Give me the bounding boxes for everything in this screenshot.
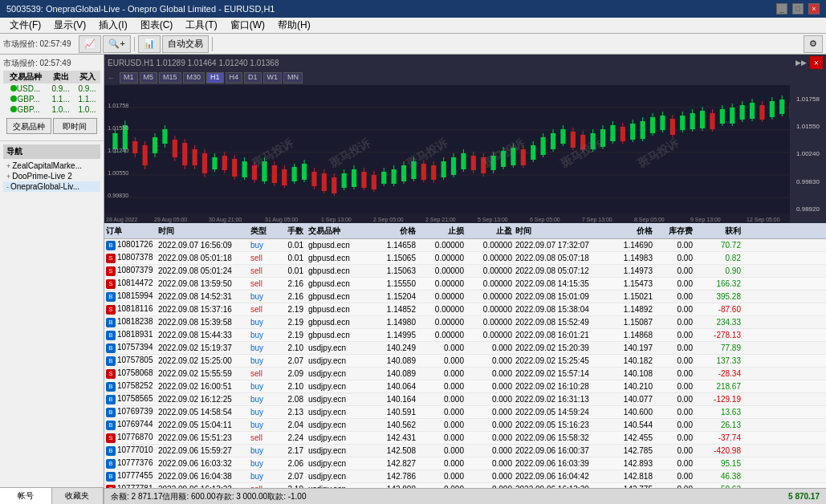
nav-item-zeal[interactable]: + ZealCapitalMarke... xyxy=(3,161,100,171)
tf-m1[interactable]: M1 xyxy=(120,72,138,83)
tf-d1[interactable]: D1 xyxy=(244,72,262,83)
table-row[interactable]: B10801726 2022.09.07 16:56:09 buy 0.01 g… xyxy=(104,239,826,252)
symbol-row-usd[interactable]: USD... 0.9... 0.9... xyxy=(3,83,100,94)
tf-m5[interactable]: M5 xyxy=(140,72,158,83)
menu-view[interactable]: 显示(V) xyxy=(47,17,92,34)
cell-price: 140.249 xyxy=(369,343,417,352)
cell-type: buy xyxy=(249,408,277,417)
cell-closetime: 2022.09.06 16:03:39 xyxy=(514,459,606,468)
tf-m30[interactable]: M30 xyxy=(183,72,205,83)
table-row[interactable]: S10758068 2022.09.02 15:55:59 sell 2.09 … xyxy=(104,368,826,380)
tf-m15[interactable]: M15 xyxy=(159,72,181,83)
settings-btn[interactable]: ⚙ xyxy=(804,35,823,53)
cell-order: S10814472 xyxy=(104,278,157,289)
menu-help[interactable]: 帮助(H) xyxy=(271,17,317,34)
table-row[interactable]: B10758252 2022.09.02 16:00:51 buy 2.10 u… xyxy=(104,380,826,393)
cell-symbol: usdjpy.ecn xyxy=(305,433,369,442)
close-button[interactable]: × xyxy=(808,3,820,14)
svg-text:28 Aug 2022: 28 Aug 2022 xyxy=(106,217,137,223)
market-time-label: 市场报价: 02:57:49 xyxy=(3,39,71,50)
auto-trade-btn[interactable]: 自动交易 xyxy=(162,35,209,53)
trade-instant-btn[interactable]: 即时间 xyxy=(53,118,98,134)
cell-price: 1.14658 xyxy=(369,241,417,250)
table-row[interactable]: B10818238 2022.09.08 15:39:58 buy 2.19 g… xyxy=(104,316,826,329)
cell-profit: 26.13 xyxy=(694,421,743,429)
cell-swap: 0.00 xyxy=(654,472,694,481)
tab-favorites[interactable]: 收藏夹 xyxy=(52,488,104,504)
zoom-in-btn[interactable]: 🔍+ xyxy=(103,35,130,53)
cell-closeprice: 1.15021 xyxy=(606,292,654,301)
table-row[interactable]: B10757805 2022.09.02 15:25:00 buy 2.07 u… xyxy=(104,355,826,368)
cell-sl: 0.000 xyxy=(417,356,466,365)
menu-chart[interactable]: 图表(C) xyxy=(134,17,180,34)
chart-info: EURUSD.H1 1.01289 1.01464 1.01240 1.0136… xyxy=(108,59,279,67)
cell-opentime: 2022.09.08 14:52:31 xyxy=(157,292,249,301)
order-type-icon: S xyxy=(106,254,116,263)
cell-symbol: gbpusd.ecn xyxy=(305,305,369,314)
table-row[interactable]: B10818931 2022.09.08 15:44:33 buy 2.19 g… xyxy=(104,329,826,342)
table-row[interactable]: B10777010 2022.09.06 15:59:27 buy 2.17 u… xyxy=(104,445,826,457)
cell-order: B10769739 xyxy=(104,407,157,417)
cell-price: 1.14852 xyxy=(369,305,417,314)
symbol-row-gbp1[interactable]: GBP... 1.1... 1.1... xyxy=(3,94,100,104)
nav-item-doo[interactable]: + DooPrime-Live 2 xyxy=(3,171,100,181)
table-row[interactable]: B10777376 2022.09.06 16:03:32 buy 2.06 u… xyxy=(104,457,826,470)
cell-order: S10807379 xyxy=(104,266,157,276)
cell-lots: 2.13 xyxy=(277,408,305,417)
cell-tp: 0.000 xyxy=(466,408,514,417)
table-row[interactable]: S10776870 2022.09.06 15:51:23 sell 2.24 … xyxy=(104,432,826,445)
header-closeprice: 价格 xyxy=(606,226,654,237)
indicators-btn[interactable]: 📊 xyxy=(138,35,161,53)
cell-tp: 0.000 xyxy=(466,459,514,468)
cell-swap: 0.00 xyxy=(654,421,694,429)
table-row[interactable]: S10814472 2022.09.08 13:59:50 sell 2.16 … xyxy=(104,278,826,291)
chart-symbol-label: ← xyxy=(108,74,115,82)
tf-w1[interactable]: W1 xyxy=(263,72,283,83)
price-label-4: 0.99830 xyxy=(796,178,820,185)
trade-symbols-btn[interactable]: 交易品种 xyxy=(6,118,51,134)
menu-insert[interactable]: 插入(I) xyxy=(92,17,133,34)
cell-order: B10757394 xyxy=(104,343,157,353)
table-row[interactable]: B10769744 2022.09.05 15:04:11 buy 2.04 u… xyxy=(104,419,826,432)
cell-lots: 2.19 xyxy=(277,331,305,339)
cell-swap: 0.00 xyxy=(654,254,694,262)
cell-order: S10776870 xyxy=(104,433,157,443)
table-row[interactable]: S10807378 2022.09.08 05:01:18 sell 0.01 … xyxy=(104,252,826,265)
table-row[interactable]: S10818116 2022.09.08 15:37:16 sell 2.19 … xyxy=(104,303,826,316)
cell-lots: 2.10 xyxy=(277,382,305,391)
table-row[interactable]: B10769739 2022.09.05 14:58:54 buy 2.13 u… xyxy=(104,406,826,419)
menu-tools[interactable]: 工具(T) xyxy=(179,17,223,34)
table-row[interactable]: B10777455 2022.09.06 16:04:38 buy 2.07 u… xyxy=(104,470,826,483)
cell-tp: 0.000 xyxy=(466,382,514,391)
new-chart-btn[interactable]: 📈 xyxy=(79,35,101,53)
price-label-1: 1.01758 xyxy=(796,96,820,103)
header-symbol: 交易品种 xyxy=(305,226,369,237)
table-row[interactable]: B10815994 2022.09.08 14:52:31 buy 2.16 g… xyxy=(104,291,826,303)
tf-h4[interactable]: H4 xyxy=(226,72,243,83)
maximize-button[interactable]: □ xyxy=(792,3,804,14)
table-row[interactable]: B10757394 2022.09.02 15:19:37 buy 2.10 u… xyxy=(104,342,826,355)
cell-type: sell xyxy=(249,305,277,314)
cell-profit: 395.28 xyxy=(694,292,743,301)
tab-accounts[interactable]: 帐号 xyxy=(0,488,52,504)
cell-tp: 0.000 xyxy=(466,446,514,455)
equity-label: 存款: 3 000.00 xyxy=(216,491,267,502)
minimize-button[interactable]: _ xyxy=(776,3,787,14)
symbol-row-gbp2[interactable]: GBP... 1.0... 1.0... xyxy=(3,104,100,115)
tf-h1[interactable]: H1 xyxy=(206,72,224,83)
menu-window[interactable]: 窗口(W) xyxy=(224,17,271,34)
order-type-icon: B xyxy=(106,331,116,340)
cell-lots: 0.01 xyxy=(277,254,305,262)
cell-price: 140.064 xyxy=(369,382,417,391)
cell-sl: 0.00000 xyxy=(417,318,466,327)
cell-symbol: usdjpy.ecn xyxy=(305,356,369,365)
cell-symbol: gbpusd.ecn xyxy=(305,331,369,339)
menu-file[interactable]: 文件(F) xyxy=(3,17,47,34)
svg-text:8 Sep 05:00: 8 Sep 05:00 xyxy=(634,217,665,223)
cell-order: B10757805 xyxy=(104,356,157,366)
tf-mn[interactable]: MN xyxy=(283,72,303,83)
table-row[interactable]: S10807379 2022.09.08 05:01:24 sell 0.01 … xyxy=(104,265,826,278)
chart-close-btn[interactable]: × xyxy=(810,56,823,69)
nav-item-onepro[interactable]: - OnepraGlobal-Liv... xyxy=(3,181,100,192)
table-row[interactable]: B10758565 2022.09.02 16:12:25 buy 2.08 u… xyxy=(104,393,826,406)
